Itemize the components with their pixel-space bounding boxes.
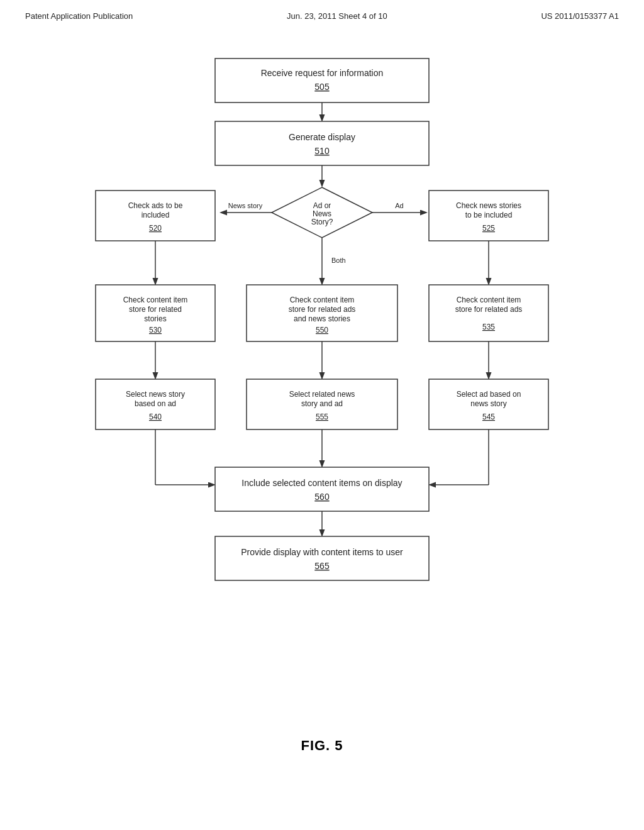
diagram-area: Receive request for information 505 Gene… (0, 27, 644, 731)
svg-text:Include selected content items: Include selected content items on displa… (242, 478, 402, 488)
svg-text:stories: stories (144, 314, 166, 323)
svg-text:store for related ads: store for related ads (289, 305, 356, 314)
svg-text:to be included: to be included (465, 211, 513, 219)
svg-text:535: 535 (482, 323, 495, 331)
flowchart-svg: Receive request for information 505 Gene… (77, 46, 567, 712)
node-565 (215, 536, 429, 580)
svg-text:540: 540 (149, 412, 162, 421)
header-left: Patent Application Publication (25, 11, 133, 21)
svg-text:505: 505 (314, 82, 330, 92)
svg-text:and news stories: and news stories (294, 314, 350, 323)
svg-text:Both: Both (331, 257, 346, 264)
header-center: Jun. 23, 2011 Sheet 4 of 10 (287, 11, 387, 21)
svg-text:545: 545 (482, 412, 495, 421)
svg-text:story and ad: story and ad (301, 399, 343, 408)
svg-text:565: 565 (314, 561, 330, 571)
svg-text:Check content item: Check content item (290, 296, 355, 304)
svg-text:Select news story: Select news story (126, 390, 185, 399)
svg-text:Story?: Story? (311, 218, 333, 226)
svg-text:Receive request for informatio: Receive request for information (261, 68, 384, 78)
svg-text:520: 520 (149, 224, 162, 233)
svg-text:based on ad: based on ad (135, 399, 176, 408)
svg-text:News story: News story (228, 202, 263, 209)
svg-text:550: 550 (316, 326, 328, 335)
svg-text:Generate display: Generate display (289, 132, 355, 142)
node-505 (215, 58, 429, 102)
svg-text:news story: news story (470, 399, 506, 408)
svg-text:525: 525 (482, 224, 495, 233)
svg-text:510: 510 (314, 146, 330, 156)
svg-text:Check content item: Check content item (123, 296, 188, 304)
page-header: Patent Application Publication Jun. 23, … (0, 0, 644, 27)
svg-text:Check news stories: Check news stories (456, 201, 521, 210)
svg-text:530: 530 (149, 326, 162, 335)
svg-text:Check ads to be: Check ads to be (128, 201, 183, 210)
svg-text:Provide display with content i: Provide display with content items to us… (241, 547, 403, 557)
figure-label: FIG. 5 (0, 738, 644, 754)
svg-text:store for related ads: store for related ads (455, 305, 523, 314)
node-510 (215, 121, 429, 165)
node-560 (215, 467, 429, 511)
svg-text:News: News (313, 209, 331, 218)
svg-text:Select ad based on: Select ad based on (457, 390, 521, 399)
svg-text:included: included (142, 211, 170, 219)
svg-text:Ad or: Ad or (313, 201, 331, 210)
svg-text:Select related news: Select related news (289, 390, 355, 399)
svg-text:store for related: store for related (129, 305, 182, 314)
svg-text:Ad: Ad (395, 202, 403, 209)
header-right: US 2011/0153377 A1 (541, 11, 619, 21)
svg-text:555: 555 (316, 412, 328, 421)
svg-text:Check content item: Check content item (457, 296, 521, 304)
svg-text:560: 560 (314, 492, 330, 502)
